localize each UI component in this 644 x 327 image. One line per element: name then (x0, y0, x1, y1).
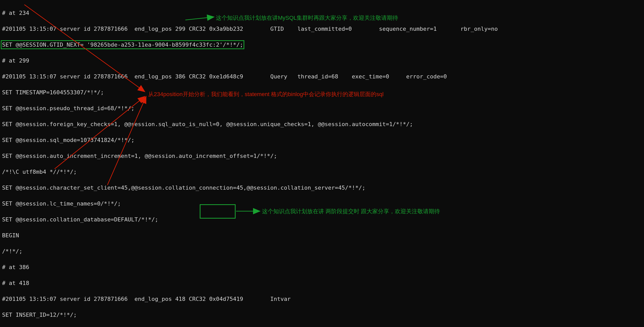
log-line: SET @@session.foreign_key_checks=1, @@se… (2, 120, 642, 128)
log-line: SET @@session.sql_mode=1073741824/*!*/; (2, 136, 642, 144)
log-line: #201105 13:15:07 server id 2787871666 en… (2, 73, 642, 80)
log-line: SET @@session.auto_increment_increment=1… (2, 152, 642, 160)
annotation-xid: 这个知识点我计划放在讲 两阶段提交时 跟大家分享，欢迎关注敬请期待 (262, 208, 440, 215)
log-line: SET INSERT_ID=12/*!*/; (2, 311, 642, 319)
log-line: # at 418 (2, 279, 642, 287)
log-line: BEGIN (2, 231, 642, 239)
log-line: /*!\C utf8mb4 *//*!*/; (2, 168, 642, 176)
log-line: # at 299 (2, 57, 642, 65)
log-line: SET @@session.pseudo_thread_id=68/*!*/; (2, 104, 642, 112)
log-line: SET @@session.collation_database=DEFAULT… (2, 216, 642, 223)
log-line: SET @@session.lc_time_names=0/*!*/; (2, 200, 642, 208)
terminal-output: # at 234 #201105 13:15:07 server id 2787… (0, 0, 644, 327)
highlight-xid (200, 204, 236, 219)
log-line: #201105 13:15:07 server id 2787871666 en… (2, 25, 642, 33)
log-line-gtid-set: SET @@SESSION.GTID_NEXT= '98265bde-a253-… (2, 41, 642, 49)
log-line: #201105 13:15:07 server id 2787871666 en… (2, 295, 642, 303)
log-line: SET @@session.character_set_client=45,@@… (2, 184, 642, 192)
annotation-gtid: 这个知识点我计划放在讲MySQL集群时再跟大家分享，欢迎关注敬请期待 (216, 14, 398, 22)
log-line: /*!*/; (2, 247, 642, 255)
annotation-statement-binlog: 从234position开始分析，我们能看到，statement 格式的binl… (148, 90, 384, 98)
log-line: # at 386 (2, 263, 642, 271)
highlight-gtid-next: SET @@SESSION.GTID_NEXT= '98265bde-a253-… (1, 41, 244, 49)
